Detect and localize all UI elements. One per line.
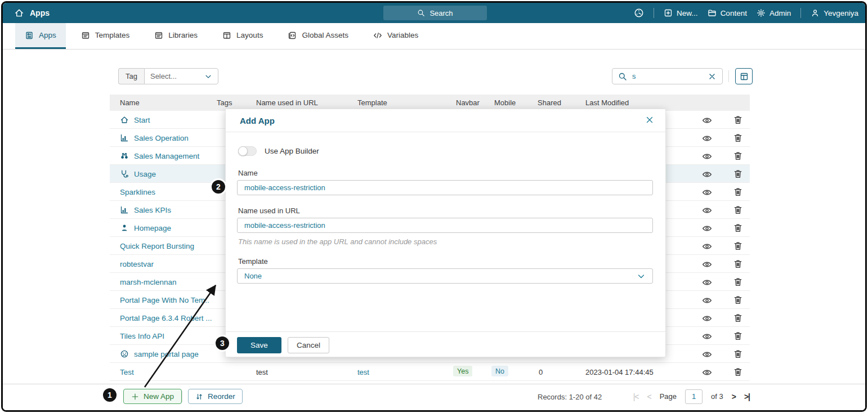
pagination: |< < Page 1 of 3 > >| <box>633 389 750 404</box>
chevron-down-icon <box>204 73 212 80</box>
cell-template-link[interactable]: test <box>357 368 369 376</box>
app-name-link[interactable]: Sales KPIs <box>120 201 171 219</box>
name-input[interactable]: mobile-access-restriction <box>237 180 653 195</box>
columns-settings-button[interactable] <box>735 68 753 84</box>
tab-layouts[interactable]: Layouts <box>213 23 272 49</box>
column-header-mobile[interactable]: Mobile <box>494 98 516 107</box>
preview-eye-icon[interactable] <box>702 223 712 234</box>
app-name-link[interactable]: Quick Report Bursting <box>120 237 194 255</box>
app-name-link[interactable]: Sales Management <box>120 147 199 165</box>
app-name-link[interactable]: Tiles Info API <box>120 327 164 345</box>
navbar-divider <box>800 8 801 18</box>
tag-filter-select[interactable]: Select... <box>144 68 218 84</box>
app-name-text: Test <box>120 368 134 376</box>
navbar-yes-badge: Yes <box>453 366 472 376</box>
app-name-link[interactable]: marsh-mclennan <box>120 273 177 291</box>
column-header-template[interactable]: Template <box>357 98 387 107</box>
delete-trash-icon[interactable] <box>733 115 743 125</box>
delete-trash-icon[interactable] <box>733 187 743 197</box>
preview-eye-icon[interactable] <box>702 295 712 306</box>
preview-eye-icon[interactable] <box>702 259 712 270</box>
app-name-link[interactable]: Portal Page 6.3.4 Robert ... <box>120 309 212 327</box>
delete-trash-icon[interactable] <box>733 331 743 341</box>
content-button[interactable]: Content <box>708 8 747 17</box>
delete-trash-icon[interactable] <box>733 295 743 305</box>
add-app-modal: Add App Use App Builder Name mobile-acce… <box>225 109 666 357</box>
previous-page-icon[interactable]: < <box>647 392 651 401</box>
plus-icon <box>131 393 139 401</box>
preview-eye-icon[interactable] <box>702 115 712 125</box>
app-name-link[interactable]: sample portal page <box>120 345 199 363</box>
delete-trash-icon[interactable] <box>733 259 743 269</box>
tab-apps[interactable]: Apps <box>15 23 66 49</box>
template-select-value: None <box>244 272 262 280</box>
global-search-button[interactable]: Search <box>383 6 487 20</box>
tab-variables[interactable]: Variables <box>364 23 428 49</box>
tab-libraries[interactable]: Libraries <box>145 23 207 49</box>
first-page-icon[interactable]: |< <box>633 392 639 401</box>
delete-trash-icon[interactable] <box>733 367 743 377</box>
column-header-tags[interactable]: Tags <box>217 98 232 107</box>
delete-trash-icon[interactable] <box>733 223 743 233</box>
delete-trash-icon[interactable] <box>733 133 743 143</box>
user-icon <box>811 8 820 17</box>
user-menu-button[interactable]: Yevgeniya <box>811 8 858 17</box>
template-select[interactable]: None <box>237 268 653 284</box>
app-name-link[interactable]: Start <box>120 111 150 129</box>
clear-search-icon[interactable] <box>708 72 717 81</box>
app-name-link[interactable]: Sales Operation <box>120 129 189 147</box>
delete-trash-icon[interactable] <box>733 277 743 287</box>
table-search-input[interactable]: s <box>612 68 723 84</box>
records-count: Records: 1-20 of 42 <box>538 393 602 401</box>
delete-trash-icon[interactable] <box>733 151 743 161</box>
close-icon[interactable] <box>645 115 654 124</box>
preview-eye-icon[interactable] <box>702 151 712 161</box>
preview-eye-icon[interactable] <box>702 169 712 179</box>
chart-icon <box>120 205 129 214</box>
url-input[interactable]: mobile-access-restriction <box>237 218 653 233</box>
tab-templates[interactable]: Templates <box>71 23 140 49</box>
preview-eye-icon[interactable] <box>702 331 712 342</box>
preview-eye-icon[interactable] <box>702 187 712 197</box>
preview-eye-icon[interactable] <box>702 349 712 360</box>
delete-trash-icon[interactable] <box>733 313 743 323</box>
save-button[interactable]: Save <box>237 337 281 353</box>
delete-trash-icon[interactable] <box>733 241 743 251</box>
reorder-button[interactable]: Reorder <box>188 389 243 404</box>
preview-eye-icon[interactable] <box>702 313 712 324</box>
delete-trash-icon[interactable] <box>733 169 743 179</box>
app-name-link[interactable]: robtestvar <box>120 255 154 273</box>
app-name-text: Usage <box>134 170 156 178</box>
delete-trash-icon[interactable] <box>733 205 743 215</box>
last-page-icon[interactable]: >| <box>744 392 750 401</box>
url-help-text: This name is used in the app URL and can… <box>238 237 437 246</box>
app-name-link[interactable]: Sparklines <box>120 183 155 201</box>
app-name-link[interactable]: Test <box>120 363 134 381</box>
column-header-navbar[interactable]: Navbar <box>456 98 480 107</box>
person-icon <box>120 223 129 232</box>
column-header-name[interactable]: Name <box>120 98 140 107</box>
discover-icon[interactable] <box>634 8 644 18</box>
cancel-button[interactable]: Cancel <box>288 337 329 353</box>
column-header-last-modified[interactable]: Last Modified <box>585 98 629 107</box>
app-name-link[interactable]: Usage <box>120 165 156 183</box>
delete-trash-icon[interactable] <box>733 349 743 359</box>
preview-eye-icon[interactable] <box>702 277 712 288</box>
use-app-builder-toggle[interactable] <box>238 146 257 156</box>
page-number-input[interactable]: 1 <box>685 389 703 404</box>
app-name-link[interactable]: Portal Page With No Tem.. <box>120 291 209 309</box>
new-app-button[interactable]: New App <box>123 389 182 404</box>
preview-eye-icon[interactable] <box>702 241 712 252</box>
new-menu-button[interactable]: New... <box>664 8 698 17</box>
cell-url: test <box>256 368 268 376</box>
app-name-link[interactable]: Homepage <box>120 219 171 237</box>
next-page-icon[interactable]: > <box>732 392 736 401</box>
column-header-shared[interactable]: Shared <box>538 98 561 107</box>
tab-global-assets[interactable]: Global Assets <box>278 23 358 49</box>
column-header-url[interactable]: Name used in URL <box>256 98 318 107</box>
preview-eye-icon[interactable] <box>702 367 712 378</box>
preview-eye-icon[interactable] <box>702 205 712 216</box>
admin-button[interactable]: Admin <box>757 8 791 17</box>
cell-shared: 0 <box>539 368 543 376</box>
preview-eye-icon[interactable] <box>702 133 712 143</box>
